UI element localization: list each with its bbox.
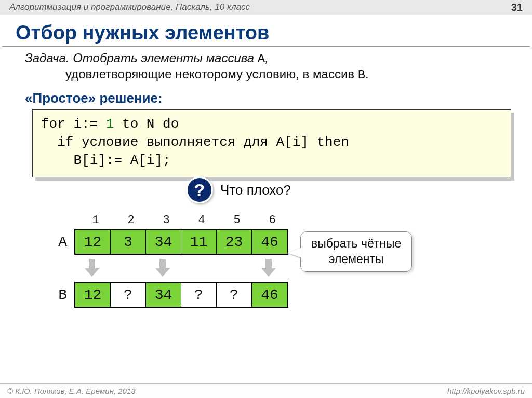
a-cell-1: 12 [75, 230, 111, 254]
callout-text: Что плохо? [220, 182, 291, 198]
select-line-1: выбрать чётные [311, 236, 401, 252]
array-a-row: A 12 3 34 11 23 46 [46, 229, 511, 255]
question-mark: ? [194, 180, 205, 200]
task-label: Задача [25, 51, 66, 65]
solution-label: «Простое» решение: [25, 90, 511, 106]
code-one: 1 [106, 116, 114, 132]
arrows-row [46, 259, 511, 278]
idx-4: 4 [184, 214, 219, 227]
arrow-slot-1 [74, 259, 110, 278]
select-line-2: элементы [311, 252, 401, 267]
b-cell-3: 34 [146, 283, 181, 307]
b-cell-5: ? [217, 283, 252, 307]
down-arrow-icon [85, 259, 99, 278]
idx-6: 6 [255, 214, 290, 227]
code-l2: if условие выполняется для A[i] then [41, 134, 349, 150]
footer-right: http://kpolyakov.spb.ru [447, 387, 525, 395]
task-code-a: A [258, 52, 265, 66]
task-code-b: B [358, 68, 365, 82]
a-cell-4: 11 [181, 230, 217, 254]
b-cell-6: 46 [252, 283, 287, 307]
a-cell-6: 46 [252, 230, 287, 254]
array-a-cells: 12 3 34 11 23 46 [74, 229, 288, 255]
task-line-1: Задача. Отобрать элементы массива A, [25, 51, 511, 66]
array-a-label: A [46, 234, 74, 250]
footer: © К.Ю. Поляков, Е.А. Ерёмин, 2013 http:/… [0, 383, 532, 398]
task-text-1b: , [265, 51, 269, 65]
idx-2: 2 [113, 214, 149, 227]
b-cell-1: 12 [75, 283, 111, 307]
array-diagram: 1 2 3 4 5 6 A 12 3 34 11 23 46 [25, 214, 511, 349]
footer-left: © К.Ю. Поляков, Е.А. Ерёмин, 2013 [7, 387, 136, 395]
subject-text: Алгоритмизация и программирование, Паска… [9, 2, 250, 12]
select-box: выбрать чётные элементы [300, 231, 412, 272]
idx-3: 3 [149, 214, 184, 227]
code-l3: B[i]:= A[i]; [41, 153, 171, 168]
idx-5: 5 [219, 214, 255, 227]
page-number: 31 [511, 2, 523, 13]
task-text-2a: удовлетворяющие некоторому условию, в ма… [65, 67, 358, 81]
b-cell-2: ? [111, 283, 146, 307]
down-arrow-icon [155, 259, 170, 278]
arrow-slot-3 [145, 259, 180, 278]
code-content: for i:= 1 to N do if условие выполняется… [32, 109, 511, 177]
code-l1b: to N do [114, 116, 179, 132]
task-line-2: удовлетворяющие некоторому условию, в ма… [25, 67, 511, 82]
arrow-slot-4 [180, 259, 216, 278]
header-bar: Алгоритмизация и программирование, Паска… [0, 0, 532, 15]
a-cell-5: 23 [217, 230, 252, 254]
question-icon: ? [186, 176, 213, 203]
array-b-label: B [46, 287, 74, 303]
arrow-slot-5 [216, 259, 251, 278]
array-b-cells: 12 ? 34 ? ? 46 [74, 282, 288, 308]
a-cell-3: 34 [146, 230, 181, 254]
arrow-slot-6 [251, 259, 286, 278]
select-callout: выбрать чётные элементы [300, 231, 412, 272]
array-b-row: B 12 ? 34 ? ? 46 [46, 282, 511, 308]
content-area: Задача. Отобрать элементы массива A, удо… [0, 47, 532, 349]
a-cell-2: 3 [111, 230, 146, 254]
arrow-slot-2 [110, 259, 145, 278]
b-cell-4: ? [181, 283, 217, 307]
code-box: for i:= 1 to N do if условие выполняется… [32, 109, 511, 177]
callout: ? Что плохо? [25, 176, 511, 203]
task-text-2b: . [365, 67, 369, 81]
slide-title: Отбор нужных элементов [0, 15, 532, 46]
idx-1: 1 [78, 214, 113, 227]
index-row: 1 2 3 4 5 6 [46, 214, 511, 227]
task-text-1a: . Отобрать элементы массива [66, 51, 258, 65]
code-l1a: for i:= [41, 116, 106, 132]
callout-pointer-icon [287, 248, 302, 258]
down-arrow-icon [261, 259, 276, 278]
